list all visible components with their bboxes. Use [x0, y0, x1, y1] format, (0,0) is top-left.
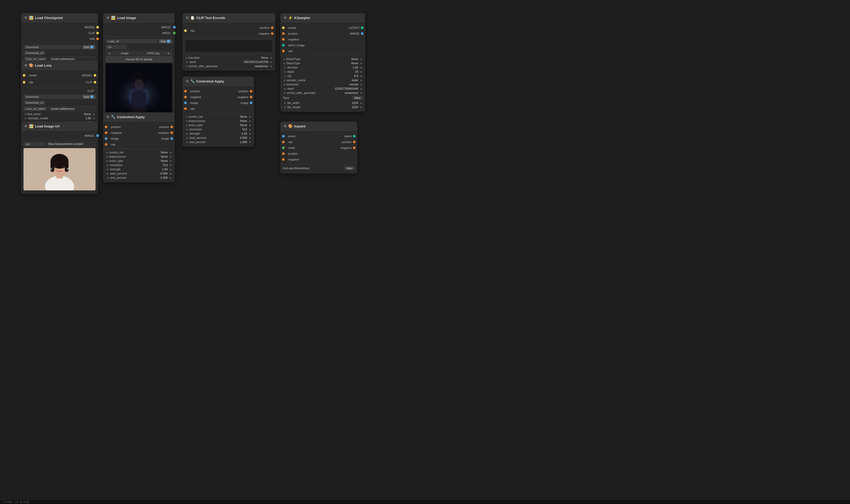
ks-st-left[interactable]: ◄ — [283, 62, 285, 65]
cn2-sp-right[interactable]: ► — [249, 137, 252, 139]
cn1-sp-left[interactable]: ◄ — [106, 172, 109, 175]
input-model-label: model — [29, 74, 37, 77]
ks-sch-left[interactable]: ◄ — [283, 83, 285, 86]
cn2-sp-value: 0.000 — [240, 136, 247, 139]
cn2-ut-label: union_type — [188, 124, 238, 127]
cn1-ep-left[interactable]: ◄ — [106, 176, 109, 179]
download-url-label: Download_url — [23, 51, 46, 55]
cn1-ep-right[interactable]: ► — [170, 176, 172, 179]
output-image-label: image — [241, 101, 248, 105]
cn2-ut-left[interactable]: ◄ — [185, 124, 188, 127]
image-prev[interactable]: ◄ — [108, 52, 111, 55]
cn2-pp-right[interactable]: ► — [249, 120, 252, 122]
cn2-ep-right[interactable]: ► — [249, 141, 252, 144]
cn1-res-right[interactable]: ► — [170, 164, 172, 167]
ks-mt-right[interactable]: ► — [360, 58, 363, 60]
cn2-res-left[interactable]: ◄ — [185, 128, 189, 131]
lora-download-toggle[interactable]: true — [82, 95, 95, 99]
cn1-cn-value: None — [161, 151, 168, 154]
cn2-cn-left[interactable]: ◄ — [185, 115, 188, 118]
cn1-start-percent-row: ◄ start_percent 0.000 ► — [103, 172, 174, 176]
cn1-res-left[interactable]: ◄ — [106, 164, 109, 167]
download-toggle[interactable]: true — [82, 45, 95, 49]
ks-sch-right[interactable]: ► — [360, 83, 363, 86]
translate-left-arrow[interactable]: ◄ — [185, 56, 188, 59]
strength-model-right[interactable]: ► — [93, 117, 95, 120]
cn1-cn-left[interactable]: ◄ — [106, 151, 108, 154]
url-value[interactable]: https://www.pinterest.com/pin/ — [46, 142, 95, 146]
node-title: Inpaint — [294, 124, 305, 128]
ks-input-model-label: model — [288, 26, 296, 29]
cn2-sp-left[interactable]: ◄ — [185, 137, 189, 139]
download-toggle-row[interactable]: Download true — [21, 44, 98, 50]
output-negative-dot — [170, 131, 173, 134]
cn1-strength-row: ◄ strength 1.00 ► — [103, 167, 174, 172]
ks-steps-left[interactable]: ◄ — [283, 70, 286, 73]
cn1-pp-right[interactable]: ► — [170, 155, 172, 158]
strength-model-left[interactable]: ◄ — [23, 117, 27, 120]
cn2-pp-left[interactable]: ◄ — [185, 120, 188, 122]
svg-point-10 — [67, 168, 69, 169]
output-negative-label: negative — [158, 131, 169, 134]
ks-tile-height-row: ◄ tile_height 1024 ► — [281, 105, 365, 109]
ks-den-right[interactable]: ► — [360, 66, 363, 69]
ks-tw-label: tile_width — [287, 101, 350, 105]
cn2-res-right[interactable]: ► — [249, 128, 252, 131]
ks-mt-left[interactable]: ◄ — [283, 58, 285, 60]
cn1-cn-right[interactable]: ► — [170, 151, 172, 154]
status-bar: T: 0.00s 1.0 N: 9 [9] — [0, 500, 850, 504]
ks-seed-left[interactable]: ◄ — [283, 87, 286, 90]
load-url-toggle[interactable]: true — [159, 39, 172, 43]
cn1-ut-right[interactable]: ► — [170, 159, 172, 162]
ks-st-right[interactable]: ► — [360, 62, 363, 65]
cn2-res-label: resolution — [190, 128, 241, 131]
input-positive-dot — [184, 90, 187, 93]
translate-right-arrow[interactable]: ► — [270, 56, 273, 59]
ks-th-left[interactable]: ◄ — [283, 106, 286, 109]
ks-cag-right[interactable]: ► — [360, 91, 363, 94]
cag-left-arrow[interactable]: ◄ — [185, 65, 188, 68]
ks-cfg-right[interactable]: ► — [360, 75, 363, 77]
input-image-dot — [184, 102, 187, 104]
cn1-ut-left[interactable]: ◄ — [106, 159, 108, 162]
url-row: Url https://www.pinterest.com/pin/ — [21, 141, 98, 147]
lora-name-right-arrow[interactable]: ► — [93, 113, 95, 115]
cn2-ut-right[interactable]: ► — [249, 124, 252, 127]
ks-cag-left[interactable]: ◄ — [283, 91, 285, 94]
output-positive-dot — [170, 126, 173, 128]
cn2-str-right[interactable]: ► — [249, 132, 252, 135]
input-positive-dot — [105, 126, 107, 128]
ks-th-right[interactable]: ► — [360, 106, 363, 109]
cn1-pp-left[interactable]: ◄ — [106, 155, 108, 158]
image-next[interactable]: ► — [167, 52, 170, 55]
output-model-dot — [96, 26, 99, 29]
ks-steps-right[interactable]: ► — [360, 70, 363, 73]
ks-tw-left[interactable]: ◄ — [283, 102, 286, 105]
load-url-toggle-row[interactable]: Load_url true — [103, 38, 174, 44]
cn1-str-right[interactable]: ► — [170, 168, 172, 171]
prompt-textarea[interactable] — [185, 39, 273, 52]
lora-name-left-arrow[interactable]: ◄ — [23, 113, 26, 115]
cn1-sp-right[interactable]: ► — [170, 172, 172, 175]
ks-seed-right[interactable]: ► — [360, 87, 363, 90]
seed-right[interactable]: ► — [270, 60, 273, 64]
ks-mt-value: None — [351, 57, 358, 60]
node-title: Controlnet Apply — [196, 79, 224, 83]
cn2-ep-left[interactable]: ◄ — [185, 141, 189, 144]
lora-url-name-value[interactable]: model.safetensors — [49, 106, 95, 111]
upload-button[interactable]: choose file to upload — [106, 56, 172, 62]
ks-den-left[interactable]: ◄ — [283, 66, 286, 69]
cag-right-arrow[interactable]: ► — [270, 65, 273, 68]
cn1-str-left[interactable]: ◄ — [106, 168, 109, 171]
seed-left[interactable]: ◄ — [185, 60, 189, 64]
ks-sn-right[interactable]: ► — [360, 79, 363, 82]
cn2-str-left[interactable]: ◄ — [185, 132, 189, 135]
cn2-cn-right[interactable]: ► — [249, 115, 252, 118]
ks-cfg-left[interactable]: ◄ — [283, 75, 286, 77]
input-vae-dot — [105, 143, 107, 146]
ks-sn-left[interactable]: ◄ — [283, 79, 285, 82]
inp-input-pixels-dot — [282, 135, 285, 138]
lora-download-toggle-row[interactable]: Download true — [21, 94, 98, 100]
ks-tw-right[interactable]: ► — [360, 102, 363, 105]
strength-model-row: ◄ strength_model 1.00 ► — [21, 116, 98, 120]
